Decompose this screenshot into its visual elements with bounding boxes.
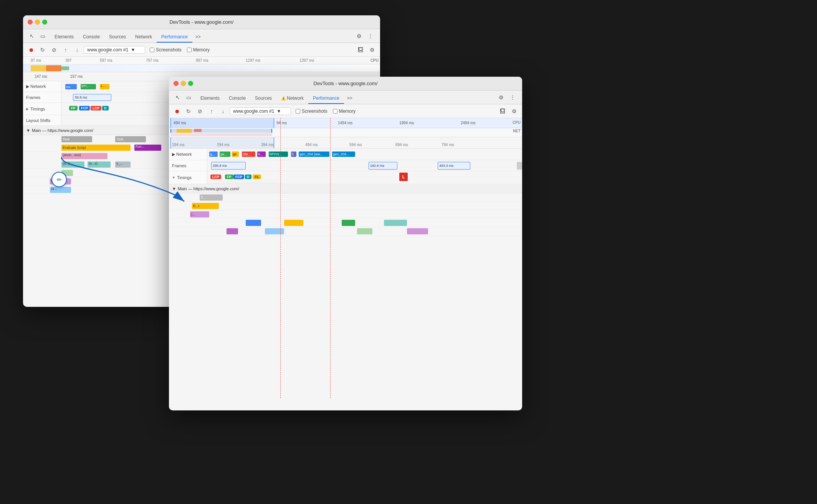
- nav-icons-bg: ↖ ▭: [25, 31, 50, 43]
- net-gen204a-fg: gen_204 (ww...: [299, 152, 329, 157]
- devtools-nav-fg: ↖ ▭ Elements Console Sources Network Per…: [169, 91, 522, 104]
- net-clie-fg: clie...: [242, 152, 255, 157]
- cpu-net-chart-fg: NET: [169, 128, 522, 137]
- memory-input-fg[interactable]: [333, 109, 337, 114]
- upload-btn-fg[interactable]: ↑: [207, 106, 217, 116]
- refresh-btn-fg[interactable]: ↻: [184, 106, 194, 116]
- timings-content-fg: LCP FP FCP D CL L: [207, 171, 522, 184]
- devtools-content-fg: 494 ms 94 ms 1494 ms 1994 ms 2494 ms CPU…: [169, 118, 522, 410]
- fcp-badge-bg: FCP: [79, 106, 90, 110]
- tick-494ms: 494 ms: [305, 143, 318, 147]
- record-btn-bg[interactable]: ⏺: [26, 45, 36, 55]
- nav-more-bg[interactable]: >>: [192, 32, 204, 43]
- screenshots-checkbox-bg[interactable]: Screenshots: [150, 47, 182, 53]
- timings-text-bg: Timings: [30, 107, 45, 111]
- tab-console-fg[interactable]: Console: [224, 93, 250, 104]
- timings-label-bg: ▶ Timings: [23, 103, 61, 115]
- settings2-btn-fg[interactable]: ⚙: [509, 106, 519, 116]
- timings-track-fg: ▼ Timings LCP FP FCP D CL L Configure tr…: [169, 171, 522, 184]
- memory-checkbox-fg[interactable]: Memory: [333, 109, 356, 114]
- main-flame-row1-fg: T...: [169, 193, 522, 202]
- settings2-btn-bg[interactable]: ⚙: [367, 45, 377, 55]
- lpurple-block-fg: [407, 228, 428, 234]
- tab-performance-bg[interactable]: Performance: [157, 32, 192, 43]
- nav-settings-fg: ⚙ ⋮: [493, 92, 521, 104]
- tab-network-bg[interactable]: Network: [131, 32, 157, 43]
- t-bar-fg: T...: [200, 194, 223, 201]
- tick-997ms-bg: 997 ms: [196, 58, 208, 63]
- net-item-gen-bg: gen_...: [81, 84, 96, 89]
- net-label-fg: NET: [513, 129, 521, 133]
- net-item-1-bg: 1...: [100, 84, 109, 89]
- window-title-fg: DevTools - www.google.com/: [314, 81, 378, 86]
- url-selector-fg[interactable]: www.google.com #1 ▼: [230, 107, 291, 115]
- minimize-button-bg[interactable]: [35, 20, 40, 25]
- tab-sources-bg[interactable]: Sources: [104, 32, 131, 43]
- close-button-fg[interactable]: [174, 81, 179, 86]
- cpu-label-fg: CPU: [513, 120, 521, 125]
- tab-elements-fg[interactable]: Elements: [196, 93, 224, 104]
- yellow-block-fg: [284, 220, 303, 226]
- tick-94ms-top: 94 ms: [276, 121, 287, 125]
- scroll-indicator-fg[interactable]: [517, 162, 522, 170]
- memory-checkbox-bg[interactable]: Memory: [187, 47, 210, 53]
- url-dropdown-icon-bg: ▼: [131, 47, 135, 53]
- clear-btn-bg[interactable]: ⊘: [49, 45, 59, 55]
- tab-network-fg[interactable]: Network: [276, 93, 308, 104]
- refresh-btn-bg[interactable]: ↻: [38, 45, 48, 55]
- tab-sources-fg[interactable]: Sources: [250, 93, 276, 104]
- title-bar-bg: DevTools - www.google.com/: [23, 15, 380, 29]
- et-bar-fg: E...t: [192, 203, 219, 209]
- net-9-fg: 9...: [257, 152, 266, 157]
- maximize-button-fg[interactable]: [188, 81, 193, 86]
- more-icon-fg[interactable]: ⋮: [508, 92, 518, 102]
- tick-394ms: 394 ms: [261, 143, 274, 147]
- ruler-bg: 97 ms 397 597 ms 797 ms 997 ms 1197 ms 1…: [23, 57, 380, 64]
- nav-more-fg[interactable]: >>: [344, 93, 356, 104]
- main-expand-fg: ▼: [172, 186, 176, 191]
- maximize-button-bg[interactable]: [42, 20, 47, 25]
- url-selector-bg[interactable]: www.google.com #1 ▼: [84, 46, 145, 54]
- anon-bar-bg: (anon...ous): [61, 153, 108, 159]
- frames-track-fg: Frames 295.8 ms 182.6 ms 493.3 ms: [169, 160, 522, 171]
- task-bar2-bg: Task: [115, 136, 146, 142]
- capture-btn-bg[interactable]: ⛾: [356, 45, 366, 55]
- clear-btn-fg[interactable]: ⊘: [195, 106, 205, 116]
- main-expand-bg: ▼: [26, 128, 30, 133]
- fcp-badge-fg: FCP: [233, 175, 244, 179]
- more-icon-bg[interactable]: ⋮: [366, 31, 375, 41]
- upload-btn-bg[interactable]: ↑: [61, 45, 71, 55]
- frames-content-fg: 295.8 ms 182.6 ms 493.3 ms: [207, 160, 522, 171]
- settings-icon-bg[interactable]: ⚙: [354, 31, 364, 41]
- close-button-bg[interactable]: [28, 20, 33, 25]
- cursor-icon-btn-fg[interactable]: ↖: [173, 92, 183, 102]
- a2-bar-bg: (a...: [50, 187, 71, 193]
- memory-input-bg[interactable]: [187, 48, 192, 52]
- record-btn-fg[interactable]: ⏺: [172, 106, 182, 116]
- edit-icon: ✏: [57, 176, 62, 183]
- s-bar-bg: s_...: [115, 161, 131, 168]
- device-icon-btn-fg[interactable]: ▭: [184, 92, 194, 102]
- lblue-block-fg: [265, 228, 284, 234]
- toolbar-bg: ⏺ ↻ ⊘ ↑ ↓ www.google.com #1 ▼ Screenshot…: [23, 43, 380, 57]
- screenshots-checkbox-fg[interactable]: Screenshots: [296, 109, 327, 114]
- net-hpym-fg: hPYm...: [269, 152, 288, 157]
- screenshots-input-bg[interactable]: [150, 48, 154, 52]
- download-btn-fg[interactable]: ↓: [218, 106, 228, 116]
- capture-btn-fg[interactable]: ⛾: [498, 106, 508, 116]
- cursor-icon-btn-bg[interactable]: ↖: [27, 31, 37, 41]
- tab-elements-bg[interactable]: Elements: [50, 32, 78, 43]
- edit-icon-circle[interactable]: ✏: [51, 172, 67, 187]
- download-btn-bg[interactable]: ↓: [72, 45, 82, 55]
- tab-performance-fg[interactable]: Performance: [308, 93, 344, 104]
- teal-block-fg: [384, 220, 407, 226]
- screenshots-input-fg[interactable]: [296, 109, 300, 114]
- settings-icon-fg[interactable]: ⚙: [496, 92, 506, 102]
- tick-194ms: 194 ms: [172, 143, 185, 147]
- main-label-bg: Main — https://www.google.com/: [32, 128, 93, 133]
- device-icon-btn-bg[interactable]: ▭: [38, 31, 48, 41]
- tab-console-bg[interactable]: Console: [78, 32, 104, 43]
- timings-text-fg: Timings: [177, 175, 192, 180]
- minimize-button-fg[interactable]: [181, 81, 186, 86]
- window-title-bg: DevTools - www.google.com/: [170, 19, 234, 25]
